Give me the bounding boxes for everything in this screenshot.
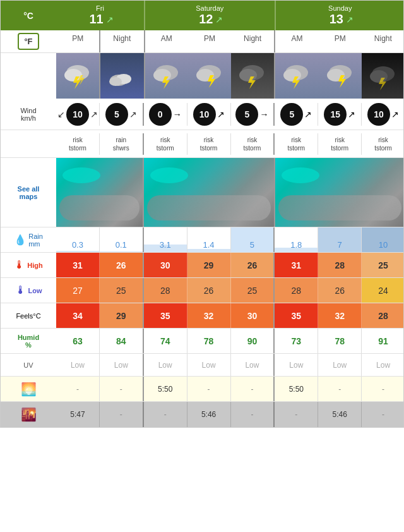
fri-pm-icon [56,53,100,99]
feels-label: Feels°C [1,303,56,328]
sat-night-humid: 90 [231,329,275,353]
fri-pm-sunset: 5:47 [56,402,100,427]
fri-night-sunrise: - [100,377,144,401]
sat-am-sunrise: 5:50 [144,377,187,401]
fri-night-low: 25 [100,278,144,303]
sat-am-uv: Low [144,354,187,376]
sun-am-wind-value: 5 [280,103,303,126]
rain-drops-icon: 💧 [14,234,27,246]
lightning-icon-sat-am [151,60,182,92]
high-label: 🌡 High [1,253,56,277]
sat-night-uv: Low [231,354,275,376]
thermometer-high-icon: 🌡 [14,258,25,272]
sun-am-sunrise: 5:50 [275,377,318,401]
sat-night-wind: 5 → [231,103,275,126]
humidity-row: Humid% 63 84 74 78 90 73 78 91 [1,329,404,354]
fri-number: 11 [89,12,103,27]
sun-pm-risk: risktstorm [318,133,362,155]
high-temp-row: 🌡 High 31 26 30 29 26 31 28 25 [1,253,404,278]
sun-pm-rain: 7 [318,227,362,252]
lightning-icon-sun-am [281,60,312,92]
sun-am-rain: 1.8 [275,227,318,252]
map-row[interactable]: See allmaps [1,158,404,227]
sat-pm-icon [188,53,231,99]
sun-am-humid: 73 [275,329,318,353]
sun-pm-high: 28 [318,253,362,277]
sun-am-risk: risktstorm [275,133,318,155]
wind-arrow-sat-night: → [259,109,268,119]
fri-night-icon [100,53,145,99]
sat-am-high: 30 [144,253,187,277]
sat-pm-sunset: 5:46 [187,402,231,427]
sun-arrow: ↗ [346,15,354,25]
sun-night-low: 24 [362,278,404,303]
fri-pm-humid: 63 [56,329,100,353]
wind-arrow-sat-am: → [173,109,182,119]
sun-am-feels: 35 [275,303,318,328]
sat-header: Saturday 12 ↗ [144,1,275,30]
sat-pm-feels: 32 [187,303,231,328]
sat-pm-header: PM [188,30,231,52]
sun-header: Sunday 13 ↗ [275,1,405,30]
sat-night-rain: 5 [231,227,275,252]
sat-pm-uv: Low [187,354,231,376]
sun-night-rain: 10 [362,227,404,252]
sat-pm-wind-value: 10 [193,103,216,126]
sun-pm-sunset: 5:46 [318,402,362,427]
sun-night-sunset: - [362,402,404,427]
fri-night-wind-value: 5 [105,103,128,126]
wind-arrow-right-fri-pm: ↗ [90,109,98,119]
sat-am-risk: risktstorm [144,133,187,155]
night-lightning-icon [237,60,268,92]
fri-header: Fri 11 ↗ [56,1,144,30]
wind-label: Wind km/h [1,104,56,124]
sat-am-low: 28 [144,278,187,303]
fri-pm-uv: Low [56,354,100,376]
sat-number: 12 [199,12,213,27]
fahrenheit-toggle[interactable]: °F [18,33,39,50]
svg-point-6 [109,77,122,86]
rain-row: 💧 Rainmm 0.3 0.1 3.1 1.4 5 1.8 7 [1,227,404,253]
sat-night-high: 26 [231,253,275,277]
sat-arrow: ↗ [215,15,223,25]
sun-pm-icon [319,53,362,99]
fri-pm-risk: risktstorm [56,133,100,155]
sun-am-icon [275,53,318,99]
sat-map[interactable] [144,158,275,227]
sun-night-header: Night [362,30,404,52]
sun-night-feels: 28 [362,303,404,328]
sat-pm-sunrise: - [187,377,231,401]
sat-night-wind-value: 5 [235,103,258,126]
lightning-icon [62,60,93,92]
feels-row: Feels°C 34 29 35 32 30 35 32 28 [1,303,404,329]
sat-pm-humid: 78 [187,329,231,353]
sat-am-humid: 74 [144,329,187,353]
dark-night-icon [367,60,399,92]
sun-name: Sunday [328,4,352,12]
weather-icons-row [1,53,404,99]
wind-arrow-sun-pm: ↗ [348,109,355,119]
sun-night-humid: 91 [362,329,404,353]
sunrise-row: 🌅 - - 5:50 - - 5:50 - - [1,377,404,402]
fri-pm-rain: 0.3 [56,227,100,252]
wind-row: Wind km/h ↙ 10 ↗ 5 ↗ 0 → [1,99,404,130]
sun-map[interactable] [275,158,405,227]
sunset-icon: 🌇 [1,402,56,427]
sat-pm-high: 29 [187,253,231,277]
sat-night-icon [231,53,275,99]
wind-arrow-sun-am: ↗ [304,109,312,119]
fri-night-wind: 5 ↗ [100,103,144,126]
sat-night-header: Night [231,30,275,52]
sat-night-low: 25 [231,278,275,303]
fri-pm-high: 31 [56,253,100,277]
sun-pm-wind-value: 15 [324,103,347,126]
sun-am-sunset: - [275,402,318,427]
fri-map[interactable] [56,158,144,227]
fri-pm-wind: ↙ 10 ↗ [56,103,100,126]
sun-am-uv: Low [275,354,318,376]
map-label: See allmaps [1,158,56,227]
unit-header-space: °C [1,1,56,30]
sun-night-risk: risktstorm [362,133,404,155]
fri-night-feels: 29 [100,303,144,328]
sat-pm-low: 26 [187,278,231,303]
